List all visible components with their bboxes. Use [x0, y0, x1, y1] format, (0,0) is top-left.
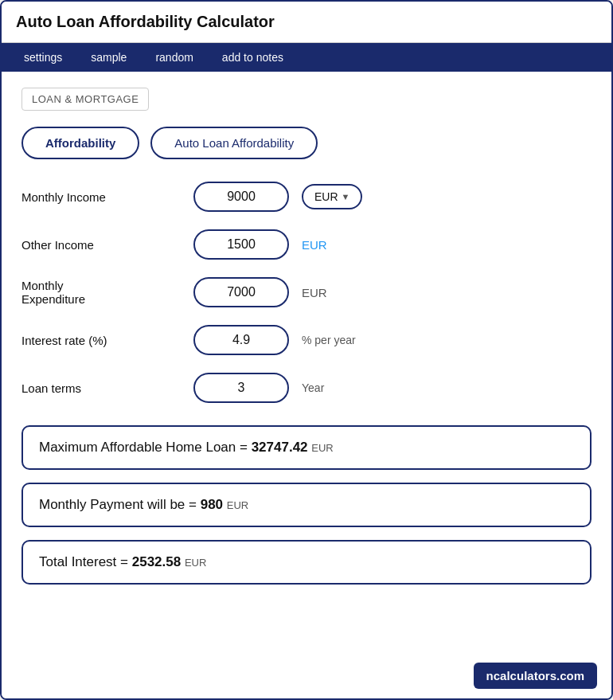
- mode-auto-loan[interactable]: Auto Loan Affordability: [150, 127, 318, 159]
- monthly-income-row: Monthly Income EUR ▼: [21, 182, 592, 212]
- monthly-income-label: Monthly Income: [21, 190, 181, 204]
- total-interest-label: Total Interest =: [39, 554, 128, 569]
- chevron-down-icon: ▼: [342, 192, 350, 201]
- other-income-label: Other Income: [21, 238, 181, 252]
- interest-rate-input[interactable]: [193, 325, 289, 355]
- content-area: LOAN & MORTGAGE Affordability Auto Loan …: [2, 72, 611, 653]
- mode-buttons: Affordability Auto Loan Affordability: [21, 127, 592, 159]
- window-title: Auto Loan Affordability Calculator: [16, 13, 275, 30]
- expenditure-currency: EUR: [302, 286, 327, 299]
- title-bar: Auto Loan Affordability Calculator: [2, 2, 611, 43]
- monthly-income-input[interactable]: [193, 182, 289, 212]
- monthly-expenditure-row: Monthly Expenditure EUR: [21, 277, 592, 307]
- mode-affordability[interactable]: Affordability: [21, 127, 139, 159]
- monthly-payment-label: Monthly Payment will be =: [39, 497, 197, 512]
- loan-terms-label: Loan terms: [21, 381, 181, 395]
- max-loan-label: Maximum Affordable Home Loan =: [39, 440, 248, 455]
- section-label: LOAN & MORTGAGE: [21, 88, 149, 111]
- monthly-payment-result: Monthly Payment will be = 980 EUR: [21, 483, 592, 527]
- total-interest-value: 2532.58: [132, 554, 181, 569]
- other-income-input[interactable]: [193, 229, 289, 260]
- total-interest-result: Total Interest = 2532.58 EUR: [21, 540, 592, 585]
- total-interest-currency: EUR: [185, 557, 206, 569]
- form-area: Monthly Income EUR ▼ Other Income EUR Mo…: [21, 182, 592, 403]
- interest-rate-unit: % per year: [302, 334, 356, 346]
- other-income-row: Other Income EUR: [21, 229, 592, 260]
- monthly-expenditure-label: Monthly Expenditure: [21, 279, 181, 306]
- currency-dropdown-label: EUR: [314, 190, 338, 203]
- tab-add-to-notes[interactable]: add to notes: [208, 43, 298, 72]
- loan-terms-unit: Year: [302, 381, 324, 394]
- loan-terms-input[interactable]: [193, 373, 289, 403]
- tab-bar: settings sample random add to notes: [2, 43, 611, 72]
- interest-rate-row: Interest rate (%) % per year: [21, 325, 592, 355]
- max-loan-currency: EUR: [311, 442, 333, 454]
- tab-random[interactable]: random: [141, 43, 207, 72]
- tab-settings[interactable]: settings: [10, 43, 76, 72]
- tab-sample[interactable]: sample: [76, 43, 141, 72]
- other-income-currency: EUR: [302, 238, 327, 252]
- footer-brand-area: ncalculators.com: [2, 653, 611, 698]
- brand-badge: ncalculators.com: [474, 663, 597, 689]
- monthly-expenditure-input[interactable]: [193, 277, 289, 307]
- currency-dropdown[interactable]: EUR ▼: [302, 184, 362, 209]
- monthly-payment-currency: EUR: [227, 499, 248, 511]
- monthly-payment-value: 980: [201, 497, 223, 512]
- interest-rate-label: Interest rate (%): [21, 334, 181, 347]
- max-loan-result: Maximum Affordable Home Loan = 32747.42 …: [21, 425, 592, 470]
- calculator-container: Auto Loan Affordability Calculator setti…: [0, 0, 613, 700]
- loan-terms-row: Loan terms Year: [21, 373, 592, 403]
- max-loan-value: 32747.42: [252, 440, 308, 455]
